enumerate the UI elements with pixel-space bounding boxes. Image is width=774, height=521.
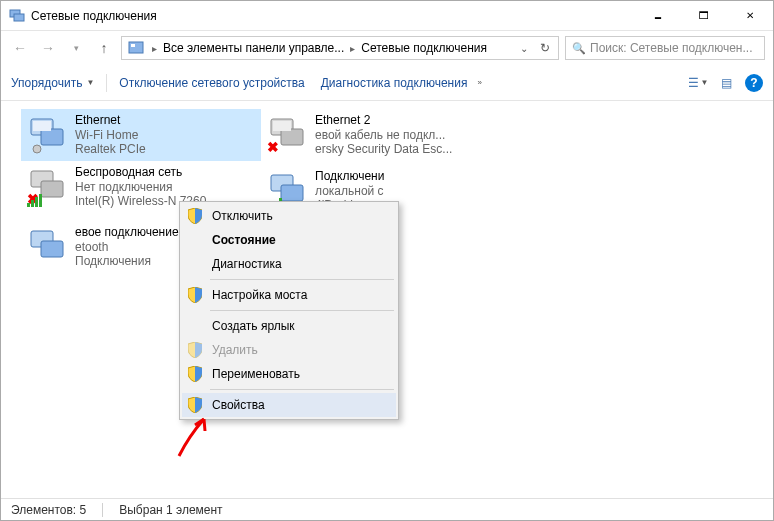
menu-separator <box>210 389 394 390</box>
control-panel-icon <box>128 40 144 56</box>
diagnose-connection-button[interactable]: Диагностика подключения» <box>321 76 482 90</box>
chevron-down-icon: ▼ <box>86 78 94 87</box>
disconnected-x-icon: ✖ <box>267 139 279 155</box>
signal-icon <box>27 193 45 207</box>
close-button[interactable]: ✕ <box>727 1 773 30</box>
separator <box>102 503 103 517</box>
menu-rename[interactable]: Переименовать <box>182 362 396 386</box>
svg-rect-3 <box>131 44 135 47</box>
connection-name: евое подключение <box>75 225 179 240</box>
menu-separator <box>210 279 394 280</box>
toolbar: Упорядочить▼ Отключение сетевого устройс… <box>1 65 773 101</box>
back-button[interactable]: ← <box>9 37 31 59</box>
organize-menu[interactable]: Упорядочить▼ <box>11 76 94 90</box>
wireless-icon: ✖ <box>27 165 69 207</box>
context-menu: Отключить Состояние Диагностика Настройк… <box>179 201 399 420</box>
forward-button: → <box>37 37 59 59</box>
menu-properties[interactable]: Свойства <box>182 393 396 417</box>
shield-icon <box>186 286 204 304</box>
menu-label: Свойства <box>212 398 265 412</box>
menu-separator <box>210 310 394 311</box>
connection-device: Realtek PCIe <box>75 142 146 157</box>
content-area: Ethernet Wi-Fi Home Realtek PCIe ✖ Ether… <box>1 101 773 501</box>
menu-shortcut[interactable]: Создать ярлык <box>182 314 396 338</box>
search-placeholder: Поиск: Сетевые подключен... <box>590 41 753 55</box>
svg-rect-14 <box>31 200 34 207</box>
connection-device: ersky Security Data Esc... <box>315 142 452 157</box>
statusbar: Элементов: 5 Выбран 1 элемент <box>1 498 773 520</box>
address-dropdown-icon[interactable]: ⌄ <box>514 43 534 54</box>
address-bar[interactable]: ▸ Все элементы панели управле... ▸ Сетев… <box>121 36 559 60</box>
menu-diagnose[interactable]: Диагностика <box>182 252 396 276</box>
menu-disable[interactable]: Отключить <box>182 204 396 228</box>
connection-device: Подключения <box>75 254 179 269</box>
svg-rect-16 <box>39 194 42 207</box>
address-row: ← → ▾ ↑ ▸ Все элементы панели управле...… <box>1 31 773 65</box>
menu-label: Состояние <box>212 233 276 247</box>
breadcrumb-item-1[interactable]: Все элементы панели управле... <box>161 41 346 55</box>
crumb-sep-icon: ▸ <box>346 43 359 54</box>
svg-rect-10 <box>273 121 291 131</box>
menu-bridge[interactable]: Настройка моста <box>182 283 396 307</box>
minimize-button[interactable]: 🗕 <box>635 1 681 30</box>
connection-status: евой кабель не подкл... <box>315 128 452 143</box>
shield-icon <box>186 365 204 383</box>
svg-rect-15 <box>35 197 38 207</box>
shield-icon <box>186 207 204 225</box>
svg-rect-24 <box>41 241 63 257</box>
status-selected-count: Выбран 1 элемент <box>119 503 222 517</box>
history-dropdown[interactable]: ▾ <box>65 37 87 59</box>
menu-label: Настройка моста <box>212 288 307 302</box>
svg-rect-5 <box>41 129 63 145</box>
view-options-button[interactable]: ☰▼ <box>689 74 707 92</box>
disable-device-button[interactable]: Отключение сетевого устройства <box>119 76 304 90</box>
svg-rect-6 <box>33 121 51 131</box>
menu-label: Создать ярлык <box>212 319 295 333</box>
bluetooth-icon <box>27 225 69 267</box>
connection-name: Ethernet 2 <box>315 113 452 128</box>
connection-status: Нет подключения <box>75 180 206 195</box>
window-title: Сетевые подключения <box>31 9 635 23</box>
connection-status: Wi-Fi Home <box>75 128 146 143</box>
svg-point-7 <box>33 145 41 153</box>
titlebar: Сетевые подключения 🗕 🗖 ✕ <box>1 1 773 31</box>
toolbar-right: ☰▼ ▤ ? <box>689 74 763 92</box>
chevron-right-icon: » <box>477 78 481 87</box>
window-controls: 🗕 🗖 ✕ <box>635 1 773 30</box>
help-button[interactable]: ? <box>745 74 763 92</box>
shield-icon <box>186 341 204 359</box>
svg-rect-9 <box>281 129 303 145</box>
status-element-count: Элементов: 5 <box>11 503 86 517</box>
search-input[interactable]: 🔍 Поиск: Сетевые подключен... <box>565 36 765 60</box>
maximize-button[interactable]: 🗖 <box>681 1 727 30</box>
menu-label: Диагностика <box>212 257 282 271</box>
menu-label: Переименовать <box>212 367 300 381</box>
ethernet-icon <box>27 113 69 155</box>
nav-arrows: ← → ▾ ↑ <box>9 37 115 59</box>
shield-icon <box>186 396 204 414</box>
breadcrumb-item-2[interactable]: Сетевые подключения <box>359 41 489 55</box>
connection-name: Беспроводная сеть <box>75 165 206 180</box>
up-button[interactable]: ↑ <box>93 37 115 59</box>
connection-status: etooth <box>75 240 179 255</box>
menu-status[interactable]: Состояние <box>182 228 396 252</box>
connection-status: локальной с <box>315 184 384 199</box>
connection-name: Подключени <box>315 169 384 184</box>
svg-rect-1 <box>14 14 24 21</box>
connection-ethernet-2[interactable]: ✖ Ethernet 2 евой кабель не подкл... ers… <box>261 109 521 161</box>
menu-label: Удалить <box>212 343 258 357</box>
connection-name: Ethernet <box>75 113 146 128</box>
connection-ethernet[interactable]: Ethernet Wi-Fi Home Realtek PCIe <box>21 109 261 161</box>
refresh-button[interactable]: ↻ <box>534 41 556 55</box>
svg-rect-2 <box>129 42 143 53</box>
menu-label: Отключить <box>212 209 273 223</box>
svg-rect-13 <box>27 203 30 207</box>
ethernet-icon: ✖ <box>267 113 309 155</box>
preview-pane-button[interactable]: ▤ <box>717 74 735 92</box>
separator <box>106 74 107 92</box>
menu-delete: Удалить <box>182 338 396 362</box>
search-icon: 🔍 <box>572 42 586 55</box>
network-connections-icon <box>9 8 25 24</box>
crumb-sep-icon: ▸ <box>148 43 161 54</box>
